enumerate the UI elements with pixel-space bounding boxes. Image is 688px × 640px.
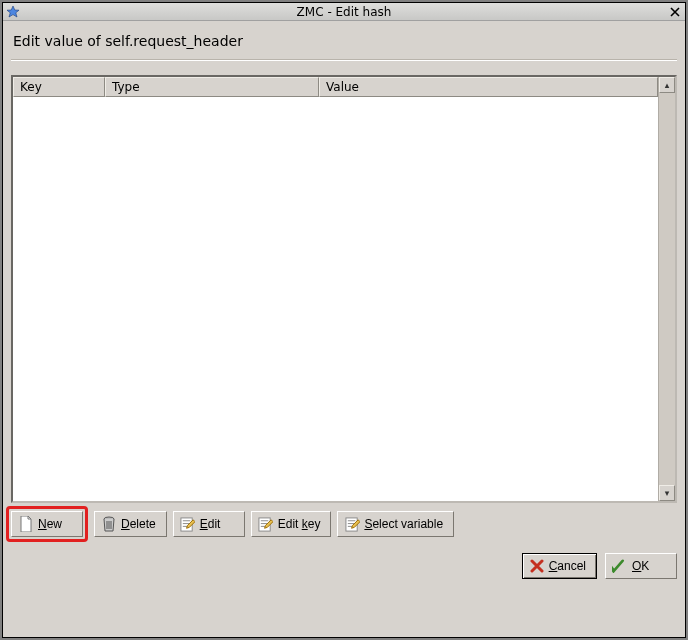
dialog-heading: Edit value of self.request_header: [11, 29, 677, 59]
table-header: Key Type Value: [13, 77, 658, 97]
vertical-scrollbar[interactable]: ▴ ▾: [658, 77, 675, 501]
document-icon: [18, 516, 34, 532]
close-icon[interactable]: [667, 4, 683, 20]
ok-button[interactable]: OK: [605, 553, 677, 579]
edit-key-button-label: Edit key: [278, 517, 321, 531]
dialog-footer: Cancel OK: [11, 553, 677, 579]
trash-icon: [101, 516, 117, 532]
select-variable-button[interactable]: Select variable: [337, 511, 454, 537]
delete-button[interactable]: Delete: [94, 511, 167, 537]
separator: [11, 59, 677, 61]
cancel-button[interactable]: Cancel: [522, 553, 597, 579]
column-type[interactable]: Type: [105, 77, 319, 97]
edit-button-label: Edit: [200, 517, 221, 531]
action-row: New Delete: [11, 511, 677, 537]
delete-button-label: Delete: [121, 517, 156, 531]
scroll-up-icon[interactable]: ▴: [659, 77, 675, 93]
edit-button[interactable]: Edit: [173, 511, 245, 537]
table-body[interactable]: [13, 97, 658, 501]
select-variable-icon: [344, 516, 360, 532]
edit-key-icon: [258, 516, 274, 532]
edit-key-button[interactable]: Edit key: [251, 511, 332, 537]
ok-button-label: OK: [632, 559, 649, 573]
new-button[interactable]: New: [11, 511, 83, 537]
edit-icon: [180, 516, 196, 532]
cancel-icon: [529, 558, 545, 574]
hash-table-container: Key Type Value ▴ ▾: [11, 75, 677, 503]
client-area: Edit value of self.request_header Key Ty…: [3, 21, 685, 637]
select-variable-button-label: Select variable: [364, 517, 443, 531]
column-value[interactable]: Value: [319, 77, 658, 97]
hash-table[interactable]: Key Type Value: [13, 77, 658, 501]
ok-icon: [612, 558, 628, 574]
highlight-new: New: [6, 506, 88, 542]
dialog-window: ZMC - Edit hash Edit value of self.reque…: [2, 2, 686, 638]
app-icon: [5, 4, 21, 20]
new-button-label: New: [38, 517, 62, 531]
titlebar[interactable]: ZMC - Edit hash: [3, 3, 685, 21]
cancel-button-label: Cancel: [549, 559, 586, 573]
column-key[interactable]: Key: [13, 77, 105, 97]
window-title: ZMC - Edit hash: [21, 5, 667, 19]
scroll-track[interactable]: [659, 93, 675, 485]
scroll-down-icon[interactable]: ▾: [659, 485, 675, 501]
